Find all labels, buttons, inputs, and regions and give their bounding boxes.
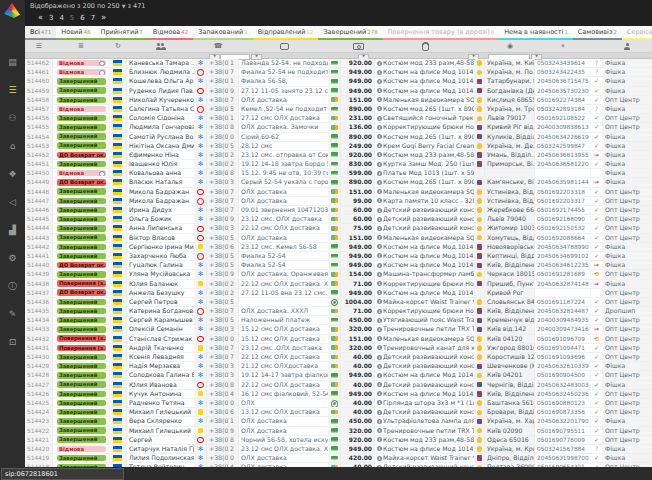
sidebar-video-icon[interactable]: ⊡ xyxy=(0,332,25,352)
order-row-514424[interactable]: 514424 Завершений Михаил Гилецький +38(0… xyxy=(25,408,652,417)
order-row-514461[interactable]: 514461 Відмова Близнюк Людмила .. +38(0 … xyxy=(25,68,652,77)
order-row-514442[interactable]: 514442 Завершений Сергіюнко Ірина Ми.. +… xyxy=(25,243,652,252)
order-row-514459[interactable]: 514459 Завершений Руденко Лидия Пав.. +3… xyxy=(25,87,652,96)
column-client-icon[interactable] xyxy=(127,40,195,52)
order-row-514443[interactable]: 514443 Завершений Віктор Власов +38(0 5 … xyxy=(25,234,652,243)
order-row-514429[interactable]: 514429 Завершений Надія Мерзаєва ✻ +38(0… xyxy=(25,362,652,371)
order-row-514455[interactable]: 514455 Завершений Людмила Гончарова ✻ +3… xyxy=(25,123,652,132)
order-row-514444[interactable]: 514444 Завершений Анна Липенська +38(0 3… xyxy=(25,224,652,233)
order-row-514439[interactable]: 514439 Завершений Уляна Мусійовська ✻ +3… xyxy=(25,270,652,279)
client-phone: +38(0 xyxy=(207,353,229,361)
column-product-icon[interactable] xyxy=(375,40,475,52)
ttn-number: 0501692274384 xyxy=(535,96,591,104)
sidebar-design-icon[interactable]: ✎ xyxy=(0,304,25,324)
order-row-514427[interactable]: 514427 Завершений Юлия Иванова +38(0 8 2… xyxy=(25,381,652,390)
order-row-514436[interactable]: 514436 Завершений Сергей Петров ✻ +38(0 … xyxy=(25,298,652,307)
order-row-514433[interactable]: 514433 Завершений Олексій Семанін ✻ +38(… xyxy=(25,325,652,334)
page-button-3[interactable]: 3 xyxy=(49,14,53,22)
first-page-button[interactable]: « xyxy=(38,13,43,22)
order-row-514430[interactable]: 514430 Завершений Ксенія Левадняя ✻ +38(… xyxy=(25,353,652,362)
page-button-4[interactable]: 4 xyxy=(59,14,63,22)
tab-Відмова[interactable]: Відмова42 xyxy=(148,26,193,40)
column-payment-icon[interactable] xyxy=(341,40,375,52)
column-phone-icon[interactable]: ☎ xyxy=(207,40,229,52)
order-row-514434[interactable]: 514434 Завершений Сергей Карамышев ✻ +38… xyxy=(25,316,652,325)
order-row-514457[interactable]: 514457 Відмова Салєгина Татьяна С.. +38(… xyxy=(25,105,652,114)
column-sync-icon[interactable]: ↻ xyxy=(109,40,127,52)
page-size-dropdown-icon[interactable]: ▼ xyxy=(122,3,126,9)
order-row-514437[interactable]: 514437 ДО Возврат ок.. Анжела Безушку ✻ … xyxy=(25,289,652,298)
tab-Новий[interactable]: Новий48 xyxy=(56,26,95,40)
order-row-514435[interactable]: 514435 Завершений Катерина Богданова +38… xyxy=(25,307,652,316)
order-row-514451[interactable]: 514451 Завершений Іващенко Юлія ✻ +38(0 … xyxy=(25,160,652,169)
page-button-6[interactable]: 6 xyxy=(80,14,84,22)
column-address-icon[interactable]: ◉ xyxy=(485,40,535,52)
order-row-514432[interactable]: 514432 Повернення (з.. Станіслав Стрижак… xyxy=(25,335,652,344)
order-row-514438[interactable]: 514438 Повернення (з.. Юлия Баланюк +38(… xyxy=(25,280,652,289)
tab-Самовивіз[interactable]: Самовивіз2 xyxy=(573,26,622,40)
sidebar-company-icon[interactable]: ⌂ xyxy=(0,136,25,156)
tab-Нема в наявності[interactable]: Нема в наявності1 xyxy=(499,26,573,40)
delivery-cell xyxy=(475,133,485,141)
column-comment-icon[interactable] xyxy=(239,40,329,52)
order-row-514460[interactable]: 514460 Завершений Кошелева Ольга Ар.. ✻ … xyxy=(25,77,652,86)
app-logo-icon[interactable] xyxy=(4,3,20,18)
order-row-514441[interactable]: 514441 Завершений Захарченко Люба +38(0 … xyxy=(25,252,652,261)
order-row-514462[interactable]: 514462 Відмова Каневська Тамара .. ✻ +38… xyxy=(25,59,652,68)
operator-cell: ✻ xyxy=(195,151,207,159)
page-button-5[interactable]: 5 xyxy=(70,14,74,22)
column-orders-icon[interactable]: ☰ xyxy=(25,40,53,52)
order-row-514426[interactable]: 514426 Завершений Кучук Антонина +38(0 4… xyxy=(25,390,652,399)
column-status-icon[interactable]: ≣ xyxy=(53,40,109,52)
sidebar-info-icon[interactable]: ⓘ xyxy=(0,276,25,296)
order-row-514449[interactable]: 514449 ДО Возврат ок.. Власюк Наталья ✻ … xyxy=(25,178,652,187)
order-row-514448[interactable]: 514448 Завершений Микола Бадражан +38(0 … xyxy=(25,188,652,197)
order-row-514421[interactable]: 514421 Завершений Сергей +38(0 8 Чорний … xyxy=(25,436,652,445)
sidebar-reports-icon[interactable]: ▟ xyxy=(0,220,25,240)
tab-Завершений[interactable]: Завершений278 xyxy=(318,26,382,40)
tab-Прийнятий[interactable]: Прийнятий7 xyxy=(96,26,148,40)
tab-Відправлений[interactable]: Відправлений12 xyxy=(253,26,319,40)
order-row-514425[interactable]: 514425 Завершений Радченко Тетяна ✻ +38(… xyxy=(25,399,652,408)
tab-Запакований[interactable]: Запакований1 xyxy=(193,26,252,40)
tab-Повернення товару (в дорозі)[interactable]: Повернення товару (в дорозі)0 xyxy=(383,26,499,40)
sip-status[interactable]: sip:0672818601 xyxy=(1,468,124,480)
order-row-514422[interactable]: 514422 Завершений Михаил Гилецький +38(0… xyxy=(25,427,652,436)
column-manager-icon[interactable] xyxy=(603,40,652,52)
order-row-514452[interactable]: 514452 ДО Возврат ок.. Єфименко Ніна ✻ +… xyxy=(25,151,652,160)
delivery-cell xyxy=(475,59,485,67)
order-row-514431[interactable]: 514431 Повернення (з.. Андрій Ткаченко +… xyxy=(25,344,652,353)
order-row-514423[interactable]: 514423 Завершений Вера Скляренко ✻ +38(0… xyxy=(25,417,652,426)
sidebar-settings-icon[interactable]: ⚙ xyxy=(0,248,25,268)
page-button-7[interactable]: 7 xyxy=(91,14,95,22)
order-row-514456[interactable]: 514456 Завершений Соломія Сідоніна ✻ +38… xyxy=(25,114,652,123)
column-tracking-icon[interactable]: ⌖ xyxy=(535,40,591,52)
order-row-514445[interactable]: 514445 Завершений Ольга Божик ✻ +38(0 9 … xyxy=(25,215,652,224)
order-row-514428[interactable]: 514428 Завершений Солодкова Галина В.. ✻… xyxy=(25,371,652,380)
sidebar-marketing-icon[interactable]: ◁ xyxy=(0,192,25,212)
order-row-514419[interactable]: 514419 Завершений Лилия Подолинская ✻ +3… xyxy=(25,454,652,463)
sidebar-clients-icon[interactable]: ⚇ xyxy=(0,108,25,128)
order-id: 514438 xyxy=(25,280,53,288)
order-row-514453[interactable]: 514453 Завершений Нікітіна Оксана Дми.. … xyxy=(25,142,652,151)
ukraine-flag-icon xyxy=(113,326,122,332)
order-row-514454[interactable]: 514454 Завершений Самотій Руслана Во.. ✻… xyxy=(25,133,652,142)
order-row-514450[interactable]: 514450 Відмова Ковальова анна ✻ +38(0 8 … xyxy=(25,169,652,178)
novaposhta-icon xyxy=(477,180,483,186)
column-spacer xyxy=(329,40,341,52)
phone-digit: 0 xyxy=(229,335,239,343)
order-row-514446[interactable]: 514446 Завершений Ирина Дидух ✻ +38(0 7 … xyxy=(25,206,652,215)
tab-Всі[interactable]: Всі471 xyxy=(25,26,56,40)
sidebar-dashboard-icon[interactable]: ▤ xyxy=(0,52,25,72)
sidebar-orders-icon[interactable]: ☰ xyxy=(0,80,25,100)
client-name: Іващенко Юлія xyxy=(127,160,195,168)
product-name: iКостюм на флисе Мод 1014 (1ш… xyxy=(375,371,475,379)
order-row-514447[interactable]: 514447 Завершений Микола Бадражан +38(0 … xyxy=(25,197,652,206)
last-page-button[interactable]: » xyxy=(101,13,106,22)
order-row-514420[interactable]: 514420 Відмова Ситарчук Наталія Гр.. ✻ +… xyxy=(25,445,652,454)
country-cell xyxy=(109,77,127,85)
order-row-514440[interactable]: 514440 ДО Возврат ок.. Гуцалюк Галина ✻ … xyxy=(25,261,652,270)
sidebar-products-icon[interactable]: ❖ xyxy=(0,164,25,184)
tab-Сервіси[interactable]: Сервіси0 xyxy=(622,26,652,40)
order-row-514458[interactable]: 514458 Завершений Николай Кучеренко ✻ +3… xyxy=(25,96,652,105)
